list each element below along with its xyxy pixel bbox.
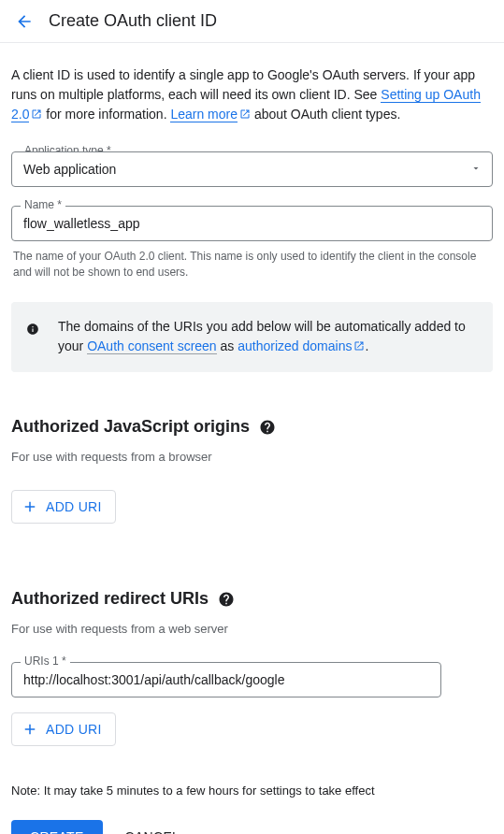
oauth-consent-link[interactable]: OAuth consent screen xyxy=(87,338,217,354)
page-header: Create OAuth client ID xyxy=(0,0,504,43)
external-link-icon xyxy=(353,338,365,357)
redirect-uris-desc: For use with requests from a web server xyxy=(11,622,493,636)
external-link-icon xyxy=(239,106,251,125)
redirect-uris-section: Authorized redirect URIs For use with re… xyxy=(11,589,493,746)
redirect-uri-1-label: URIs 1 * xyxy=(21,654,70,668)
note-text: Note: It may take 5 minutes to a few hou… xyxy=(11,784,493,798)
intro-text: A client ID is used to identify a single… xyxy=(11,65,493,125)
add-redirect-uri-button[interactable]: ADD URI xyxy=(11,712,116,746)
info-text: The domains of the URIs you add below wi… xyxy=(58,317,474,357)
js-origins-title: Authorized JavaScript origins xyxy=(11,417,250,437)
application-type-field: Application type * Web application xyxy=(11,151,493,187)
learn-more-link[interactable]: Learn more xyxy=(170,107,238,122)
redirect-uri-1-field: URIs 1 * xyxy=(11,662,441,697)
action-buttons: CREATE CANCEL xyxy=(11,820,493,834)
page-title: Create OAuth client ID xyxy=(49,11,217,31)
info-box: The domains of the URIs you add below wi… xyxy=(11,302,493,372)
name-helper-text: The name of your OAuth 2.0 client. This … xyxy=(11,249,493,280)
back-arrow-icon[interactable] xyxy=(15,12,34,31)
cancel-button[interactable]: CANCEL xyxy=(125,829,180,834)
redirect-uris-title: Authorized redirect URIs xyxy=(11,589,209,609)
help-icon[interactable] xyxy=(218,591,235,608)
add-js-origin-uri-button[interactable]: ADD URI xyxy=(11,490,116,524)
plus-icon xyxy=(22,721,38,738)
create-button[interactable]: CREATE xyxy=(11,820,103,834)
external-link-icon xyxy=(31,106,42,125)
application-type-select[interactable]: Web application xyxy=(11,151,493,187)
name-label: Name * xyxy=(21,198,65,211)
name-field-group: Name * xyxy=(11,206,493,241)
help-icon[interactable] xyxy=(259,419,276,436)
name-input[interactable] xyxy=(11,206,493,241)
js-origins-desc: For use with requests from a browser xyxy=(11,450,493,464)
redirect-uri-1-input[interactable] xyxy=(11,662,441,697)
plus-icon xyxy=(22,498,38,515)
js-origins-section: Authorized JavaScript origins For use wi… xyxy=(11,417,493,524)
authorized-domains-link[interactable]: authorized domains xyxy=(238,338,365,353)
info-icon xyxy=(26,323,39,338)
